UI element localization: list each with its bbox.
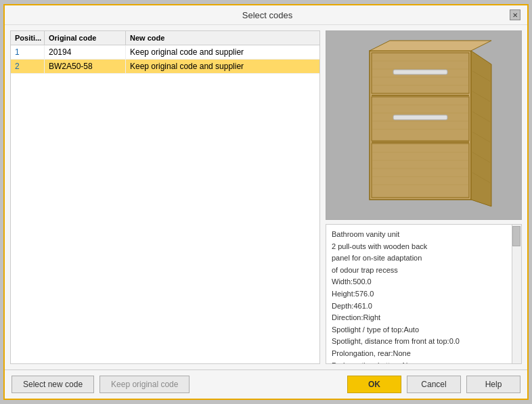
right-panel: Bathroom vanity unit 2 pull-outs with wo… <box>326 30 522 364</box>
desc-line: Prolongation, bottom:None <box>332 360 506 364</box>
desc-line: of odour trap recess <box>332 265 506 277</box>
close-button[interactable]: ✕ <box>510 9 520 20</box>
desc-line: Bathroom vanity unit <box>332 229 506 241</box>
row-original-code: BW2A50-58 <box>45 60 126 73</box>
table-header: Positi... Original code New code <box>11 31 319 45</box>
description-box: Bathroom vanity unit 2 pull-outs with wo… <box>326 224 522 364</box>
description-scrollbar[interactable] <box>512 225 521 363</box>
dialog-title: Select codes <box>25 10 510 20</box>
footer: Select new code Keep original code OK Ca… <box>5 369 527 399</box>
desc-line: Spotlight, distance from front at top:0.… <box>332 336 506 348</box>
select-new-code-button[interactable]: Select new code <box>12 376 94 393</box>
scrollbar-thumb[interactable] <box>512 226 520 246</box>
row-position: 2 <box>11 60 45 73</box>
row-original-code: 20194 <box>45 45 126 59</box>
footer-right-buttons: OK Cancel Help <box>347 376 520 393</box>
title-bar: Select codes ✕ <box>5 5 527 25</box>
ok-button[interactable]: OK <box>347 376 401 393</box>
furniture-illustration <box>349 37 498 213</box>
row-new-code: Keep original code and supplier <box>126 45 319 59</box>
help-button[interactable]: Help <box>466 376 520 393</box>
desc-line: Direction:Right <box>332 312 506 324</box>
svg-rect-15 <box>393 115 447 120</box>
desc-line: Height:576.0 <box>332 288 506 300</box>
header-position: Positi... <box>11 31 45 45</box>
table-body[interactable]: 1 20194 Keep original code and supplier … <box>11 45 319 363</box>
product-image <box>326 30 522 220</box>
desc-line: panel for on-site adaptation <box>332 252 506 265</box>
svg-marker-2 <box>370 41 491 51</box>
keep-original-code-button[interactable]: Keep original code <box>99 376 190 393</box>
desc-line: Spotlight / type of top:Auto <box>332 324 506 336</box>
row-position: 1 <box>11 45 45 59</box>
desc-line: Prolongation, rear:None <box>332 348 506 360</box>
table-row[interactable]: 1 20194 Keep original code and supplier <box>11 45 319 60</box>
svg-marker-1 <box>471 51 491 206</box>
row-new-code: Keep original code and supplier <box>126 60 319 73</box>
cancel-button[interactable]: Cancel <box>407 376 461 393</box>
svg-rect-17 <box>372 143 469 198</box>
desc-line: Width:500.0 <box>332 276 506 288</box>
main-content: Positi... Original code New code 1 20194… <box>5 25 527 369</box>
desc-line: Depth:461.0 <box>332 300 506 313</box>
svg-rect-8 <box>393 70 447 74</box>
desc-line: 2 pull-outs with wooden back <box>332 241 506 253</box>
description-content: Bathroom vanity unit 2 pull-outs with wo… <box>332 229 516 364</box>
header-original-code: Original code <box>45 31 126 45</box>
header-new-code: New code <box>126 31 319 45</box>
table-row[interactable]: 2 BW2A50-58 Keep original code and suppl… <box>11 60 319 74</box>
code-table: Positi... Original code New code 1 20194… <box>10 30 320 364</box>
dialog: Select codes ✕ Positi... Original code N… <box>3 4 529 400</box>
footer-left-buttons: Select new code Keep original code <box>12 376 190 393</box>
